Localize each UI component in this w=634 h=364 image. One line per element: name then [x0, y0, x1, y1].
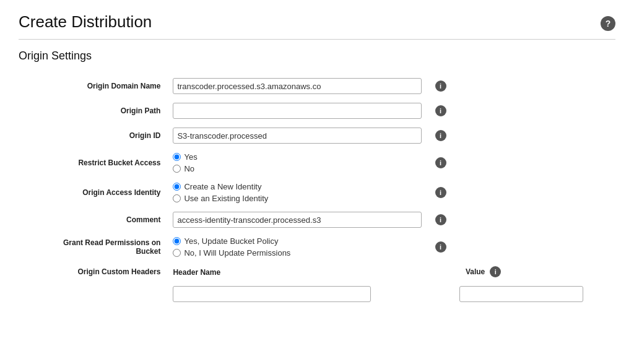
origin-custom-headers-value-header-cell: Value i	[456, 262, 580, 282]
origin-access-identity-cell: Create a New Identity Use an Existing Id…	[169, 178, 425, 207]
grant-read-permissions-label: Grant Read Permissions on Bucket	[19, 232, 169, 262]
origin-access-identity-new-radio[interactable]	[173, 183, 181, 191]
origin-custom-headers-name-header-cell: Header Name	[169, 262, 425, 282]
origin-access-identity-group: Create a New Identity Use an Existing Id…	[173, 182, 422, 203]
origin-path-info-icon[interactable]: i	[435, 105, 446, 116]
origin-access-identity-existing-radio[interactable]	[173, 194, 181, 202]
restrict-bucket-access-yes-label: Yes	[184, 152, 197, 162]
comment-cell	[169, 207, 425, 232]
origin-id-info-icon[interactable]: i	[435, 130, 446, 141]
origin-path-row: Origin Path i	[19, 98, 615, 123]
grant-read-permissions-yes-radio[interactable]	[173, 237, 181, 245]
restrict-bucket-access-no-radio[interactable]	[173, 165, 181, 173]
origin-domain-name-info-icon[interactable]: i	[435, 80, 446, 92]
origin-access-identity-existing-option[interactable]: Use an Existing Identity	[173, 194, 422, 203]
restrict-bucket-access-no-option[interactable]: No	[173, 164, 422, 173]
grant-read-permissions-row: Grant Read Permissions on Bucket Yes, Up…	[19, 232, 615, 262]
origin-custom-headers-input-row	[19, 282, 615, 306]
grant-read-permissions-no-label: No, I Will Update Permissions	[184, 248, 290, 258]
restrict-bucket-access-no-label: No	[184, 164, 194, 173]
grant-read-permissions-group: Yes, Update Bucket Policy No, I Will Upd…	[173, 236, 422, 258]
restrict-bucket-access-cell: Yes No	[169, 148, 425, 178]
page-title: Create Distribution	[19, 12, 152, 32]
comment-info-cell: i	[425, 207, 456, 232]
grant-read-permissions-yes-label: Yes, Update Bucket Policy	[184, 236, 278, 246]
origin-id-cell	[169, 123, 425, 148]
origin-custom-headers-header-row: Origin Custom Headers Header Name Value …	[19, 262, 615, 282]
restrict-bucket-access-info-cell: i	[425, 148, 456, 178]
origin-path-label: Origin Path	[19, 98, 169, 123]
origin-domain-name-label: Origin Domain Name	[19, 74, 169, 98]
origin-custom-headers-info-icon[interactable]: i	[490, 266, 501, 277]
header-value-input-cell	[456, 282, 615, 306]
form-table: Origin Domain Name i Origin Path i	[19, 74, 615, 306]
origin-access-identity-new-label: Create a New Identity	[184, 182, 261, 191]
grant-read-permissions-info-icon[interactable]: i	[435, 241, 446, 253]
header-name-input[interactable]	[173, 286, 371, 302]
comment-label: Comment	[19, 207, 169, 232]
origin-access-identity-info-cell: i	[425, 178, 456, 207]
origin-id-info-cell: i	[425, 123, 456, 148]
comment-input[interactable]	[173, 212, 422, 228]
origin-id-row: Origin ID i	[19, 123, 615, 148]
help-icon[interactable]: ?	[601, 16, 615, 31]
origin-domain-name-info-cell: i	[425, 74, 456, 98]
origin-path-info-cell: i	[425, 98, 456, 123]
comment-info-icon[interactable]: i	[435, 214, 446, 225]
grant-read-permissions-no-radio[interactable]	[173, 249, 181, 257]
restrict-bucket-access-yes-option[interactable]: Yes	[173, 152, 422, 162]
header-name-input-cell	[169, 282, 425, 306]
origin-id-input[interactable]	[173, 128, 422, 144]
header-name-column-label: Header Name	[173, 268, 220, 277]
origin-access-identity-label: Origin Access Identity	[19, 178, 169, 207]
header-value-input[interactable]	[459, 286, 583, 302]
page-header: Create Distribution ?	[19, 12, 615, 40]
origin-domain-name-input[interactable]	[173, 78, 422, 94]
grant-read-permissions-info-cell: i	[425, 232, 456, 262]
origin-custom-headers-label: Origin Custom Headers	[19, 262, 169, 282]
origin-access-identity-info-icon[interactable]: i	[435, 187, 446, 198]
grant-read-permissions-cell: Yes, Update Bucket Policy No, I Will Upd…	[169, 232, 425, 262]
restrict-bucket-access-yes-radio[interactable]	[173, 153, 181, 161]
origin-path-cell	[169, 98, 425, 123]
origin-domain-name-row: Origin Domain Name i	[19, 74, 615, 98]
comment-row: Comment i	[19, 207, 615, 232]
restrict-bucket-access-row: Restrict Bucket Access Yes No i	[19, 148, 615, 178]
page-container: Create Distribution ? Origin Settings Or…	[0, 0, 634, 319]
grant-read-permissions-yes-option[interactable]: Yes, Update Bucket Policy	[173, 236, 422, 246]
value-column-label: Value	[466, 267, 485, 276]
grant-read-permissions-label-line1: Grant Read Permissions on	[63, 238, 160, 247]
origin-access-identity-existing-label: Use an Existing Identity	[184, 194, 268, 203]
grant-read-permissions-no-option[interactable]: No, I Will Update Permissions	[173, 248, 422, 258]
restrict-bucket-access-info-icon[interactable]: i	[435, 157, 446, 168]
origin-access-identity-new-option[interactable]: Create a New Identity	[173, 182, 422, 191]
restrict-bucket-access-label: Restrict Bucket Access	[19, 148, 169, 178]
origin-path-input[interactable]	[173, 103, 422, 119]
origin-access-identity-row: Origin Access Identity Create a New Iden…	[19, 178, 615, 207]
restrict-bucket-access-group: Yes No	[173, 152, 422, 173]
grant-read-permissions-label-line2: Bucket	[136, 247, 160, 256]
section-title: Origin Settings	[19, 50, 615, 63]
origin-domain-name-cell	[169, 74, 425, 98]
origin-id-label: Origin ID	[19, 123, 169, 148]
